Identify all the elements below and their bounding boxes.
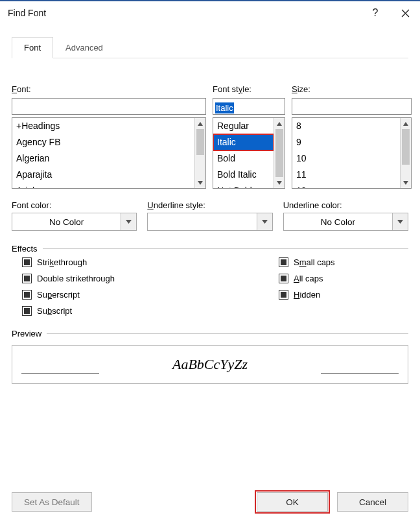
font-style-label: Font style: — [213, 84, 285, 94]
size-list-item[interactable]: 11 — [292, 167, 400, 183]
font-label: Font: — [12, 84, 206, 94]
tab-bar: Font Advanced — [12, 36, 408, 58]
svg-marker-10 — [397, 220, 403, 224]
chevron-down-icon[interactable] — [121, 213, 136, 230]
scroll-down-icon[interactable] — [401, 177, 411, 188]
font-color-value: No Color — [12, 217, 121, 227]
underline-color-label: Underline color: — [283, 200, 408, 210]
underline-style-dropdown[interactable] — [147, 213, 272, 231]
scrollbar[interactable] — [400, 118, 411, 188]
preview-box: AaBbCcYyZz — [12, 345, 408, 384]
chevron-down-icon[interactable] — [257, 213, 272, 230]
preview-rule — [321, 374, 399, 374]
scroll-up-icon[interactable] — [274, 118, 285, 129]
font-color-label: Font color: — [12, 200, 137, 210]
scroll-up-icon[interactable] — [195, 118, 205, 129]
underline-style-label: Underline style: — [147, 200, 272, 210]
checkbox-icon — [22, 290, 32, 300]
underline-color-value: No Color — [284, 217, 392, 227]
checkbox-icon — [279, 257, 288, 267]
preview-rule — [21, 374, 99, 374]
underline-color-dropdown[interactable]: No Color — [283, 213, 408, 231]
font-color-dropdown[interactable]: No Color — [12, 213, 137, 231]
chevron-down-icon[interactable] — [392, 213, 408, 230]
style-list-item[interactable]: Not Bold — [213, 183, 274, 188]
style-list-item[interactable]: Bold Italic — [213, 167, 274, 183]
checkbox-icon — [22, 274, 32, 283]
svg-marker-2 — [198, 122, 203, 126]
svg-marker-8 — [126, 220, 132, 224]
scroll-thumb[interactable] — [402, 129, 410, 165]
font-list[interactable]: +Headings Agency FB Algerian Aparajita A… — [12, 117, 206, 189]
scroll-up-icon[interactable] — [401, 118, 411, 129]
svg-marker-4 — [277, 122, 282, 126]
font-list-item[interactable]: Algerian — [12, 150, 194, 167]
size-list[interactable]: 8 9 10 11 12 — [292, 117, 412, 189]
style-list-item[interactable]: Bold — [213, 150, 274, 167]
checkbox-all-caps[interactable]: All caps — [279, 274, 408, 283]
svg-marker-9 — [262, 220, 268, 224]
effects-label: Effects — [12, 244, 38, 254]
font-style-input-text: Italic — [213, 100, 234, 115]
style-list-item-selected[interactable]: Italic — [213, 134, 274, 150]
close-button[interactable] — [390, 1, 420, 25]
font-style-list[interactable]: Regular Italic Bold Bold Italic Not Bold — [213, 117, 285, 189]
checkbox-hidden[interactable]: Hidden — [279, 290, 408, 300]
size-input[interactable] — [292, 98, 412, 115]
size-list-item[interactable]: 8 — [292, 118, 400, 134]
font-list-item[interactable]: Agency FB — [12, 134, 194, 150]
font-list-item[interactable]: Arial — [12, 183, 194, 188]
checkbox-small-caps[interactable]: Small caps — [279, 257, 408, 267]
scrollbar[interactable] — [194, 118, 205, 188]
close-icon — [401, 9, 410, 18]
help-button[interactable]: ? — [360, 1, 390, 25]
set-default-button[interactable]: Set As Default — [12, 492, 92, 512]
preview-label: Preview — [12, 329, 41, 338]
size-list-item[interactable]: 10 — [292, 150, 400, 167]
checkbox-subscript[interactable]: Subscript — [22, 306, 279, 316]
tab-advanced[interactable]: Advanced — [53, 37, 115, 58]
svg-marker-6 — [403, 122, 408, 126]
font-list-item[interactable]: +Headings — [12, 118, 194, 134]
size-list-item[interactable]: 12 — [292, 183, 400, 188]
checkbox-double-strikethrough[interactable]: Double strikethrough — [22, 274, 279, 283]
checkbox-icon — [22, 257, 32, 267]
tab-font[interactable]: Font — [12, 37, 53, 58]
scroll-thumb[interactable] — [275, 129, 283, 177]
svg-marker-5 — [277, 181, 282, 185]
font-input[interactable] — [12, 98, 206, 115]
titlebar: Find Font ? — [0, 1, 420, 25]
svg-marker-3 — [198, 181, 203, 185]
size-list-item[interactable]: 9 — [292, 134, 400, 150]
font-list-item[interactable]: Aparajita — [12, 167, 194, 183]
scroll-down-icon[interactable] — [195, 177, 205, 188]
checkbox-icon — [22, 306, 32, 316]
ok-button[interactable]: OK — [257, 492, 328, 512]
size-label: Size: — [292, 84, 412, 94]
scrollbar[interactable] — [274, 118, 285, 188]
preview-sample-text: AaBbCcYyZz — [172, 356, 248, 373]
checkbox-superscript[interactable]: Superscript — [22, 290, 279, 300]
checkbox-icon — [279, 290, 288, 300]
checkbox-icon — [279, 274, 288, 283]
cancel-button[interactable]: Cancel — [337, 492, 408, 512]
scroll-thumb[interactable] — [196, 129, 204, 155]
svg-marker-7 — [403, 181, 408, 185]
window-title: Find Font — [8, 8, 360, 18]
scroll-down-icon[interactable] — [274, 177, 285, 188]
style-list-item[interactable]: Regular — [213, 118, 274, 134]
checkbox-strikethrough[interactable]: Strikethrough — [22, 257, 279, 267]
